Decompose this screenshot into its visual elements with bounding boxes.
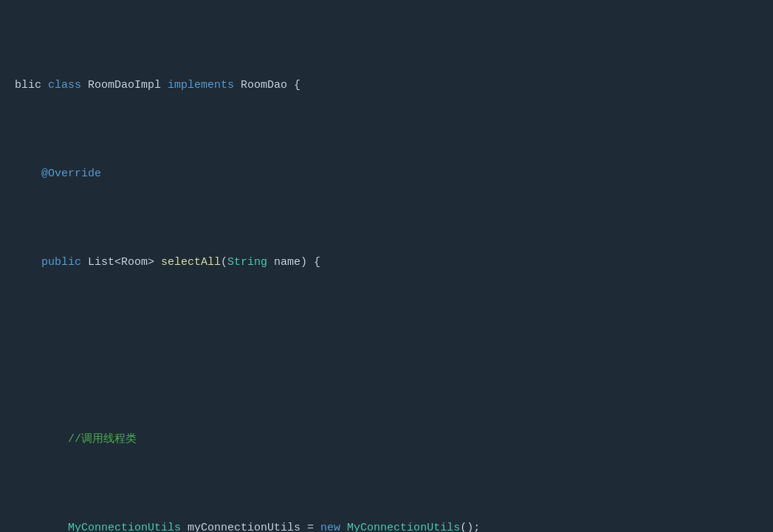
code-line: MyConnectionUtils myConnectionUtils = ne…	[15, 519, 758, 532]
code-line: //调用线程类	[15, 431, 758, 449]
code-content: blic class RoomDaoImpl implements RoomDa…	[0, 0, 773, 532]
code-line: blic class RoomDaoImpl implements RoomDa…	[15, 77, 758, 94]
code-editor: blic class RoomDaoImpl implements RoomDa…	[0, 0, 773, 532]
code-line: public List<Room> selectAll(String name)…	[15, 254, 758, 272]
code-line	[15, 342, 758, 360]
code-line: @Override	[15, 165, 758, 183]
